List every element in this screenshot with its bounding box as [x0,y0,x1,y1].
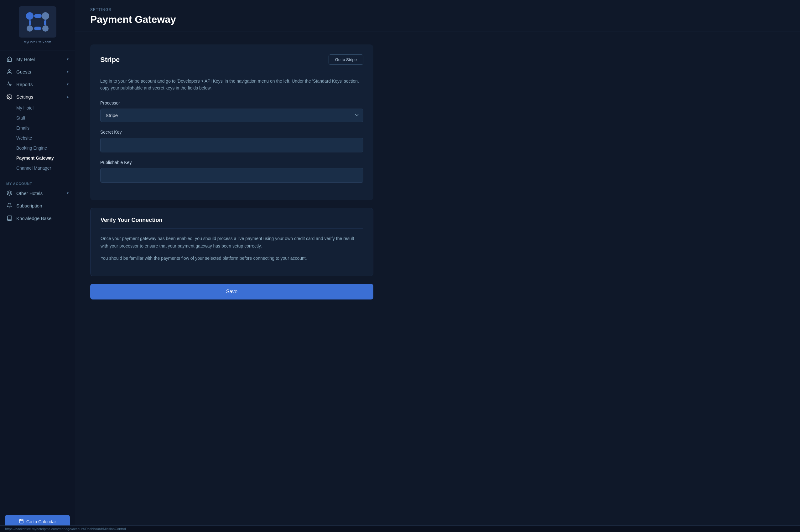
svg-rect-11 [19,519,23,523]
content-area: Stripe Go to Stripe Log in to your Strip… [75,32,388,312]
verify-text-1: Once your payment gateway has been enabl… [101,235,363,250]
book-icon [6,215,13,221]
processor-form-group: Processor Stripe [100,100,363,122]
gear-icon [6,94,13,100]
sidebar-item-knowledge-base[interactable]: Knowledge Base [0,212,75,224]
svg-rect-1 [34,14,42,18]
sidebar-item-staff[interactable]: Staff [0,113,75,123]
chevron-down-icon: ▾ [67,191,69,195]
sidebar-item-guests[interactable]: Guests ▾ [0,65,75,78]
stripe-description: Log in to your Stripe account and go to … [100,78,363,92]
person-icon [6,69,13,75]
sidebar-item-booking-engine[interactable]: Booking Engine [0,143,75,153]
svg-rect-3 [29,20,31,25]
sidebar-item-channel-manager[interactable]: Channel Manager [0,163,75,173]
chevron-down-icon: ▾ [67,57,69,61]
sidebar-item-label-settings: Settings [16,94,63,99]
publishable-key-form-group: Publishable Key [100,160,363,183]
sidebar-item-label-my-hotel: My Hotel [16,57,63,62]
publishable-key-input[interactable] [100,168,363,183]
go-to-stripe-button[interactable]: Go to Stripe [329,54,363,65]
secret-key-label: Secret Key [100,130,363,135]
svg-point-0 [26,12,34,20]
sidebar-item-subscription[interactable]: Subscription [0,200,75,212]
status-url: https://backoffice.myhotelpms.com/manage… [5,527,126,531]
sub-nav-label-emails: Emails [16,126,30,131]
logo-svg [23,11,52,33]
svg-rect-6 [34,26,41,30]
status-bar: https://backoffice.myhotelpms.com/manage… [0,526,800,532]
sidebar-item-label-reports: Reports [16,82,63,87]
sidebar: MyHotelPMS.com My Hotel ▾ Guests ▾ [0,0,75,532]
publishable-key-label: Publishable Key [100,160,363,165]
bell-icon [6,203,13,209]
sidebar-item-my-hotel[interactable]: My Hotel ▾ [0,53,75,65]
secret-key-input[interactable] [100,138,363,152]
stripe-divider [100,71,363,71]
calendar-icon [19,518,24,525]
page-title: Payment Gateway [90,14,785,25]
main-content: SETTINGS Payment Gateway Stripe Go to St… [75,0,800,532]
settings-sub-nav: My Hotel Staff Emails Website Booking En… [0,103,75,175]
sidebar-item-reports[interactable]: Reports ▾ [0,78,75,91]
sub-nav-label-booking-engine: Booking Engine [16,146,47,151]
sidebar-item-other-hotels[interactable]: Other Hotels ▾ [0,187,75,200]
stripe-card-title: Stripe [100,56,120,64]
sub-nav-label-staff: Staff [16,115,25,120]
logo-area: MyHotelPMS.com [0,0,75,50]
sidebar-item-label-subscription: Subscription [16,203,69,208]
svg-marker-10 [7,191,12,193]
chevron-down-icon: ▾ [67,82,69,87]
sidebar-item-label-knowledge-base: Knowledge Base [16,216,69,221]
sidebar-item-my-hotel-sub[interactable]: My Hotel [0,103,75,113]
verify-text-2: You should be familiar with the payments… [101,255,363,262]
sidebar-item-website[interactable]: Website [0,133,75,143]
verify-divider [101,228,363,229]
my-account-section: MY ACCOUNT Other Hotels ▾ Subscription [0,178,75,224]
page-header: SETTINGS Payment Gateway [75,0,800,32]
sub-nav-label-website: Website [16,135,32,140]
sub-nav-label-channel-manager: Channel Manager [16,166,51,171]
verify-title: Verify Your Connection [101,217,363,224]
secret-key-form-group: Secret Key [100,130,363,152]
save-button[interactable]: Save [90,284,374,300]
sub-nav-label-payment-gateway: Payment Gateway [16,155,54,160]
layers-icon [6,190,13,196]
sub-nav-label-my-hotel: My Hotel [16,106,34,111]
home-icon [6,56,13,62]
svg-point-2 [42,12,49,20]
svg-rect-4 [44,20,47,25]
breadcrumb: SETTINGS [90,7,785,12]
logo-label: MyHotelPMS.com [23,40,51,44]
sidebar-item-label-guests: Guests [16,69,63,75]
main-nav: My Hotel ▾ Guests ▾ Reports ▾ [0,50,75,178]
my-account-label: MY ACCOUNT [0,178,75,187]
svg-point-9 [9,96,10,98]
logo-box [19,6,56,38]
chevron-up-icon: ▴ [67,95,69,99]
stripe-card-header: Stripe Go to Stripe [100,54,363,65]
processor-label: Processor [100,100,363,106]
chart-icon [6,81,13,87]
processor-select[interactable]: Stripe [100,109,363,122]
sidebar-item-label-other-hotels: Other Hotels [16,191,63,196]
stripe-card: Stripe Go to Stripe Log in to your Strip… [90,44,374,200]
sidebar-item-payment-gateway[interactable]: Payment Gateway [0,153,75,163]
svg-point-5 [26,25,33,32]
verify-card: Verify Your Connection Once your payment… [90,208,374,276]
svg-point-7 [42,25,49,32]
svg-point-8 [8,70,10,71]
go-to-calendar-label: Go to Calendar [26,519,56,524]
sidebar-item-settings[interactable]: Settings ▴ [0,91,75,103]
chevron-down-icon: ▾ [67,70,69,74]
sidebar-item-emails[interactable]: Emails [0,123,75,133]
